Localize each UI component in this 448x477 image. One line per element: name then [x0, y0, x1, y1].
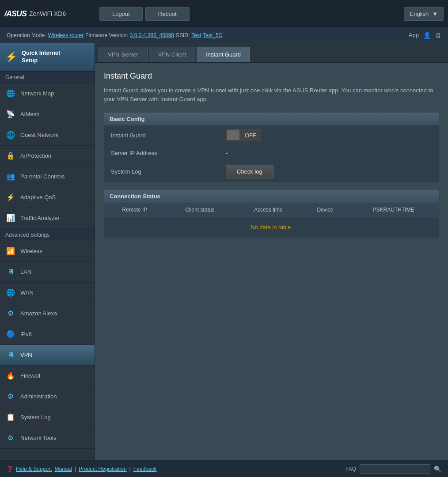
sidebar-item-network-tools[interactable]: ⚙ Network Tools	[0, 428, 95, 449]
footer: ❓ Help & Support Manual | Product Regist…	[0, 460, 448, 477]
sidebar-item-adaptive-qos[interactable]: ⚡ Adaptive QoS	[0, 187, 95, 208]
main-layout: ⚡ Quick InternetSetup General 🌐 Network …	[0, 43, 448, 460]
server-ip-row: Server IP Address -	[104, 145, 439, 161]
sidebar-item-label: VPN	[20, 352, 32, 358]
manual-link[interactable]: Manual	[54, 466, 72, 472]
instant-guard-toggle[interactable]: OFF	[226, 129, 261, 141]
sidebar-item-label: IPv6	[20, 331, 32, 337]
toggle-off-label: OFF	[240, 132, 261, 139]
general-section-header: General	[0, 71, 95, 83]
sidebar-item-wan[interactable]: 🌐 WAN	[0, 283, 95, 303]
basic-config-header: Basic Config	[104, 113, 439, 125]
instant-guard-label: Instant Guard	[104, 125, 219, 145]
sidebar-item-amazon-alexa[interactable]: ⚙ Amazon Alexa	[0, 303, 95, 324]
sidebar-item-label: Parental Controls	[20, 173, 65, 180]
content-area: VPN Server VPN Client Instant Guard Inst…	[95, 43, 448, 460]
connection-status-section: Connection Status Remote IP Client statu…	[104, 189, 439, 238]
faq-search-input[interactable]	[360, 464, 430, 474]
sidebar-item-network-map[interactable]: 🌐 Network Map	[0, 83, 95, 104]
guest-network-icon: 🌐	[5, 130, 16, 140]
feedback-link[interactable]: Feedback	[133, 466, 157, 472]
advanced-section-header: Advanced Settings	[0, 229, 95, 241]
asus-logo: /ASUS	[4, 9, 27, 19]
sidebar-item-wireless[interactable]: 📶 Wireless	[0, 241, 95, 262]
server-ip-label: Server IP Address	[104, 145, 219, 161]
sidebar-item-firewall[interactable]: 🔥 Firewall	[0, 366, 95, 386]
sidebar-item-label: Traffic Analyzer	[20, 215, 60, 221]
wireless-icon: 📶	[5, 246, 16, 257]
app-label: App	[409, 32, 419, 38]
logo-area: /ASUS ZenWiFi XD6	[4, 9, 99, 19]
sidebar-item-label: Wireless	[20, 248, 42, 254]
firmware-link[interactable]: 3.0.0.4.386_45898	[130, 32, 174, 38]
firewall-icon: 🔥	[5, 371, 16, 381]
system-log-icon: 📋	[5, 412, 16, 423]
quick-setup-label: Quick InternetSetup	[22, 49, 60, 64]
quick-setup-icon: ⚡	[5, 51, 17, 63]
administration-icon: ⚙	[5, 391, 16, 402]
connection-status-table: Remote IP Client status Access time Devi…	[104, 203, 439, 238]
col-remote-ip: Remote IP	[104, 203, 165, 217]
user-icon[interactable]: 👤	[423, 32, 431, 39]
device-name: ZenWiFi XD6	[29, 10, 66, 17]
sidebar-item-system-log[interactable]: 📋 System Log	[0, 407, 95, 428]
page-content: Instant Guard Instant Guard allows you t…	[95, 63, 448, 254]
ssid-5g-link[interactable]: Test_5G	[203, 32, 223, 38]
sidebar: ⚡ Quick InternetSetup General 🌐 Network …	[0, 43, 95, 460]
tab-vpn-server[interactable]: VPN Server	[99, 47, 148, 62]
sidebar-item-ipv6[interactable]: 🔵 IPv6	[0, 324, 95, 345]
basic-config-section: Basic Config Instant Guard OFF Server IP…	[104, 112, 439, 182]
separator-1: |	[75, 466, 76, 472]
sidebar-item-vpn[interactable]: 🖥 VPN	[0, 345, 95, 366]
amazon-alexa-icon: ⚙	[5, 308, 16, 319]
col-client-status: Client status	[165, 203, 234, 217]
logout-button[interactable]: Logout	[99, 7, 143, 21]
reboot-button[interactable]: Reboot	[145, 7, 190, 21]
ssid-label: SSID:	[176, 32, 190, 38]
sidebar-item-parental-controls[interactable]: 👥 Parental Controls	[0, 167, 95, 187]
sidebar-item-label: WAN	[20, 289, 34, 296]
check-log-button[interactable]: Check log	[226, 165, 273, 178]
sidebar-item-administration[interactable]: ⚙ Administration	[0, 386, 95, 407]
aiprotection-icon: 🔒	[5, 151, 16, 161]
sidebar-item-guest-network[interactable]: 🌐 Guest Network	[0, 125, 95, 146]
no-data-message: No data in table.	[104, 217, 439, 238]
sidebar-item-aiprotection[interactable]: 🔒 AiProtection	[0, 146, 95, 167]
search-icon[interactable]: 🔍	[434, 466, 441, 473]
sidebar-item-label: AiMesh	[20, 111, 39, 117]
no-data-row: No data in table.	[104, 217, 439, 238]
sidebar-item-label: Guest Network	[20, 132, 58, 138]
operation-mode-link[interactable]: Wireless router	[48, 32, 84, 38]
toggle-knob	[227, 130, 239, 140]
aimesh-icon: 📡	[5, 109, 16, 120]
system-log-label: System Log	[104, 161, 219, 182]
sidebar-item-label: Network Tools	[20, 435, 56, 441]
help-support-link[interactable]: Help & Support	[16, 466, 52, 472]
separator-2: |	[129, 466, 131, 472]
traffic-analyzer-icon: 📊	[5, 213, 16, 223]
page-title: Instant Guard	[104, 72, 439, 81]
statusbar: Operation Mode: Wireless router Firmware…	[0, 27, 448, 43]
server-ip-value: -	[219, 145, 439, 161]
chevron-down-icon: ▼	[432, 11, 438, 17]
tab-instant-guard[interactable]: Instant Guard	[197, 47, 250, 62]
sidebar-item-label: Network Map	[20, 90, 54, 97]
connection-status-header: Connection Status	[104, 190, 439, 203]
tab-vpn-client[interactable]: VPN Client	[149, 47, 196, 62]
col-pskrauthtime: PSKRAUTHTIME	[348, 203, 439, 217]
product-registration-link[interactable]: Product Registration	[79, 466, 127, 472]
faq-label: FAQ	[345, 466, 356, 472]
basic-config-table: Instant Guard OFF Server IP Address -	[104, 125, 439, 182]
ssid-link[interactable]: Test	[191, 32, 201, 38]
system-log-row: System Log Check log	[104, 161, 439, 182]
top-nav: Logout Reboot	[99, 7, 404, 21]
quick-setup-button[interactable]: ⚡ Quick InternetSetup	[0, 43, 95, 71]
monitor-icon[interactable]: 🖥	[435, 32, 441, 39]
sidebar-item-aimesh[interactable]: 📡 AiMesh	[0, 104, 95, 125]
sidebar-item-label: LAN	[20, 269, 31, 275]
sidebar-item-traffic-analyzer[interactable]: 📊 Traffic Analyzer	[0, 208, 95, 229]
language-label: English	[410, 11, 429, 17]
sidebar-item-label: Adaptive QoS	[20, 194, 56, 201]
language-selector[interactable]: English ▼	[404, 7, 444, 21]
sidebar-item-lan[interactable]: 🖥 LAN	[0, 262, 95, 283]
